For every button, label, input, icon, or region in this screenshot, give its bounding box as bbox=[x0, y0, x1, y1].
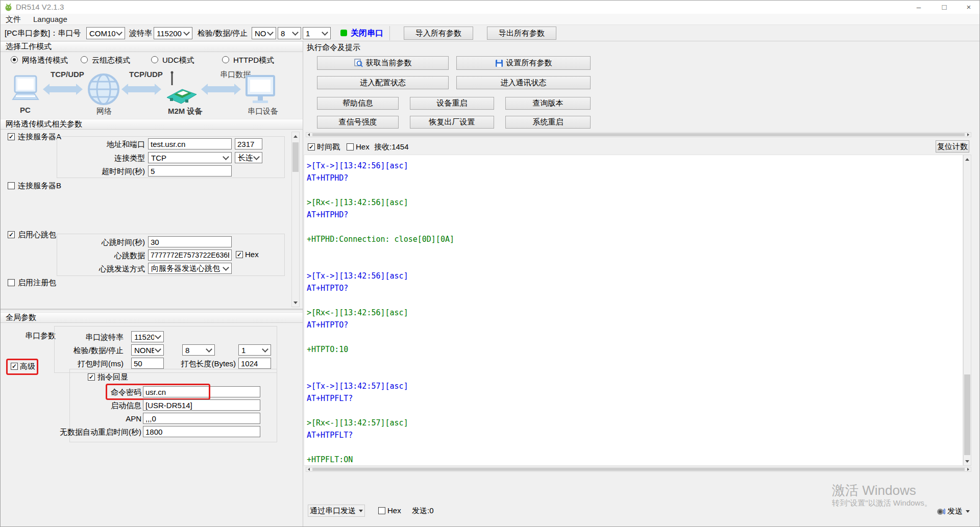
log-output[interactable]: >[Tx->][13:42:56][asc]AT+HTPHD? >[Rx<-][… bbox=[304, 155, 963, 466]
parity-select[interactable]: NONI bbox=[252, 27, 276, 39]
arrow-m2m-serial bbox=[208, 86, 234, 92]
g-stopbits-select[interactable]: 1 bbox=[238, 344, 271, 356]
scroll-right-icon[interactable] bbox=[966, 133, 971, 137]
register-checkbox[interactable] bbox=[8, 279, 15, 286]
scroll-down-icon[interactable] bbox=[292, 298, 299, 307]
g-parity-label: 检验/数据/停止 bbox=[70, 346, 124, 356]
log-vscrollbar-thumb[interactable] bbox=[964, 374, 970, 455]
hb-mode-select[interactable]: 向服务器发送心跳包 bbox=[148, 263, 232, 274]
g-parity-select[interactable]: NONE bbox=[131, 344, 164, 356]
send-button[interactable]: 发送 bbox=[937, 505, 977, 517]
hb-time-input[interactable] bbox=[148, 236, 232, 247]
signal-strength-button[interactable]: 查信号强度 bbox=[317, 116, 399, 129]
log-line bbox=[307, 258, 960, 270]
factory-reset-button[interactable]: 恢复出厂设置 bbox=[410, 116, 494, 129]
apn-label: APN bbox=[75, 414, 141, 423]
cmd-pwd-input[interactable] bbox=[143, 386, 260, 397]
menu-file[interactable]: 文件 bbox=[6, 15, 21, 24]
restart-input[interactable] bbox=[143, 426, 260, 437]
close-button[interactable]: × bbox=[960, 1, 977, 13]
send-method-dropdown[interactable]: 通过串口发送 bbox=[308, 505, 365, 517]
help-info-button[interactable]: 帮助信息 bbox=[317, 97, 399, 110]
g-baud-select[interactable]: 115200 bbox=[131, 331, 164, 342]
log-line: AT+HTPTO? bbox=[307, 319, 960, 331]
arrow-pc-network bbox=[50, 86, 76, 92]
radio-httpd[interactable] bbox=[222, 56, 229, 63]
send-hex-checkbox[interactable] bbox=[378, 507, 385, 514]
log-vscrollbar[interactable] bbox=[963, 155, 971, 466]
serial-params-box: 串口波特率 115200 检验/数据/停止 NONE 8 1 打包时间(ms) … bbox=[54, 326, 277, 373]
boot-msg-input[interactable] bbox=[143, 399, 260, 411]
g-databits-value: 8 bbox=[185, 346, 189, 355]
scroll-down-icon[interactable] bbox=[964, 457, 971, 465]
timestamp-checkbox[interactable] bbox=[308, 143, 315, 150]
get-params-button[interactable]: 获取当前参数 bbox=[317, 56, 449, 70]
scroll-left-icon[interactable] bbox=[306, 133, 311, 137]
heartbeat-checkbox[interactable] bbox=[8, 231, 15, 238]
conn-type-select[interactable]: TCP bbox=[148, 152, 232, 163]
log-top-scrollbar[interactable] bbox=[306, 132, 971, 137]
pc-port-label: [PC串口参数]：串口号 bbox=[5, 29, 81, 38]
device-restart-button[interactable]: 设备重启 bbox=[410, 97, 494, 110]
pack-len-input[interactable] bbox=[238, 358, 271, 369]
send-bar: 通过串口发送 Hex 发送:0 发送 bbox=[304, 503, 980, 519]
log-bottom-scrollbar[interactable] bbox=[306, 467, 971, 472]
hb-data-input[interactable] bbox=[148, 249, 232, 261]
import-params-button[interactable]: 导入所有参数 bbox=[404, 27, 473, 40]
maximize-button[interactable]: □ bbox=[936, 1, 953, 13]
work-mode-header: 选择工作模式 bbox=[1, 41, 303, 52]
enter-comm-button[interactable]: 进入通讯状态 bbox=[456, 76, 591, 89]
advanced-checkbox[interactable] bbox=[11, 363, 18, 370]
g-databits-select[interactable]: 8 bbox=[182, 344, 215, 356]
bottom-scrollbar-thumb[interactable] bbox=[312, 468, 965, 471]
baud-select[interactable]: 115200 bbox=[154, 27, 192, 39]
left-scrollbar-thumb[interactable] bbox=[292, 142, 299, 172]
log-line bbox=[307, 221, 960, 233]
log-hex-checkbox[interactable] bbox=[347, 143, 354, 150]
server-a-label: 连接服务器A bbox=[18, 132, 61, 142]
radio-cloud[interactable] bbox=[81, 56, 88, 63]
scroll-right-icon[interactable] bbox=[966, 467, 971, 471]
server-a-box: 地址和端口 连接类型 TCP 长连 超时时间(秒) bbox=[57, 136, 285, 178]
minimize-button[interactable]: – bbox=[910, 1, 927, 13]
server-addr-input[interactable] bbox=[148, 138, 232, 149]
set-params-button[interactable]: 设置所有参数 bbox=[456, 56, 591, 70]
pack-time-input[interactable] bbox=[131, 358, 164, 369]
system-restart-button[interactable]: 系统重启 bbox=[505, 116, 591, 129]
enter-comm-label: 进入通讯状态 bbox=[501, 78, 547, 88]
radio-net-passthrough[interactable] bbox=[11, 56, 18, 63]
g-parity-value: NONE bbox=[134, 346, 154, 355]
top-scrollbar-thumb[interactable] bbox=[312, 133, 965, 136]
menu-language[interactable]: Language bbox=[33, 15, 67, 23]
close-port-button[interactable]: 关闭串口 bbox=[351, 28, 383, 39]
serial-device-icon bbox=[244, 75, 276, 105]
left-scrollbar[interactable] bbox=[291, 132, 300, 307]
command-panel-title: 执行命令及提示 bbox=[307, 43, 360, 53]
conn-mode-select[interactable]: 长连 bbox=[235, 152, 262, 163]
echo-checkbox[interactable] bbox=[88, 373, 95, 381]
scroll-up-icon[interactable] bbox=[964, 155, 971, 163]
enter-config-button[interactable]: 进入配置状态 bbox=[317, 76, 449, 89]
export-params-button[interactable]: 导出所有参数 bbox=[487, 27, 556, 40]
stopbits-select[interactable]: 1 bbox=[303, 27, 331, 39]
scroll-left-icon[interactable] bbox=[306, 467, 311, 471]
reset-counter-button[interactable]: 复位计数 bbox=[936, 140, 969, 153]
log-line bbox=[307, 184, 960, 196]
chevron-down-icon bbox=[322, 29, 328, 36]
boot-msg-label: 启动信息 bbox=[75, 401, 141, 411]
chevron-down-icon bbox=[116, 29, 122, 36]
apn-input[interactable] bbox=[143, 413, 260, 424]
radio-udc[interactable] bbox=[151, 56, 158, 63]
databits-select[interactable]: 8 bbox=[278, 27, 301, 39]
log-lines: >[Tx->][13:42:56][asc]AT+HTPHD? >[Rx<-][… bbox=[307, 160, 960, 466]
server-b-checkbox[interactable] bbox=[8, 182, 15, 189]
query-version-button[interactable]: 查询版本 bbox=[505, 97, 591, 110]
server-a-checkbox[interactable] bbox=[8, 133, 15, 140]
scroll-up-icon[interactable] bbox=[292, 132, 299, 140]
hb-hex-checkbox[interactable] bbox=[236, 251, 243, 258]
advanced-label: 高级 bbox=[20, 362, 35, 371]
com-port-select[interactable]: COM10 bbox=[86, 27, 125, 39]
log-hex-label: Hex bbox=[356, 142, 370, 151]
server-port-input[interactable] bbox=[235, 138, 262, 149]
timeout-input[interactable] bbox=[148, 165, 232, 177]
